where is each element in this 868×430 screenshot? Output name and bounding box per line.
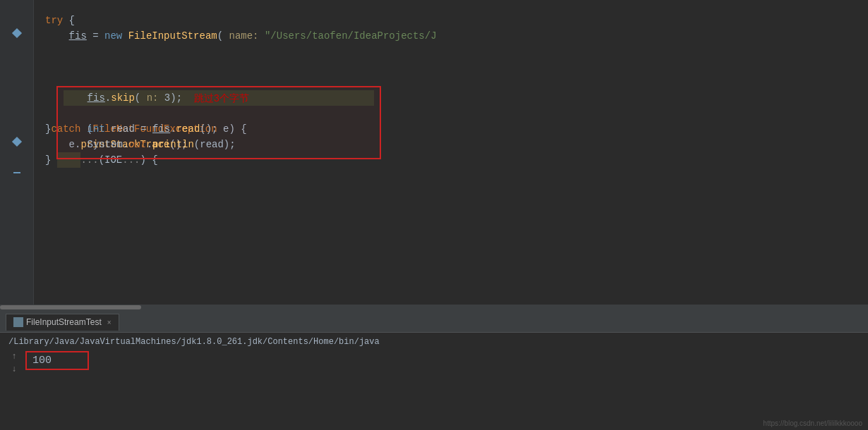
- run-tab-label: FileInputStreamTest: [26, 317, 102, 327]
- panel-tabs: FileInputStreamTest ×: [0, 312, 868, 333]
- watermark: https://blog.csdn.net/lililkkkoooo: [763, 419, 862, 427]
- editor-gutter: [0, 0, 34, 305]
- run-tab[interactable]: FileInputStreamTest ×: [6, 314, 119, 331]
- bottom-panel: FileInputStreamTest × /Library/Java/Java…: [0, 310, 868, 430]
- console-output-value: 100: [25, 351, 89, 370]
- run-tab-icon: [13, 317, 23, 327]
- close-tab-button[interactable]: ×: [107, 319, 111, 326]
- code-line-fis: fis = new FileInputStream ( name: "/User…: [45, 28, 868, 44]
- code-area: try { fis = new FileInputStream ( name: …: [34, 0, 868, 305]
- panel-content: /Library/Java/JavaVirtualMachines/jdk1.8…: [0, 333, 868, 430]
- console-path: /Library/Java/JavaVirtualMachines/jdk1.8…: [0, 336, 868, 348]
- code-line-int: int read = fis . read ();: [64, 121, 374, 137]
- highlighted-code-block: fis . skip ( n: 3); 跳过3个字节: [56, 86, 381, 159]
- horizontal-scrollbar[interactable]: [0, 305, 868, 310]
- code-line-try: try {: [45, 13, 868, 28]
- breakpoint-diamond-2[interactable]: [11, 137, 21, 147]
- scrollbar-thumb[interactable]: [0, 305, 141, 309]
- annotation-text: 跳过3个字节: [194, 90, 249, 106]
- scroll-down-button[interactable]: ↓: [8, 364, 20, 375]
- console-output-wrapper: ↑ ↓ 100: [0, 348, 868, 427]
- breakpoint-diamond-1[interactable]: [11, 28, 21, 38]
- code-line-skip: fis . skip ( n: 3); 跳过3个字节: [64, 90, 374, 106]
- code-line-println: System. out . println (read);: [64, 137, 374, 152]
- scroll-up-button[interactable]: ↑: [8, 351, 20, 362]
